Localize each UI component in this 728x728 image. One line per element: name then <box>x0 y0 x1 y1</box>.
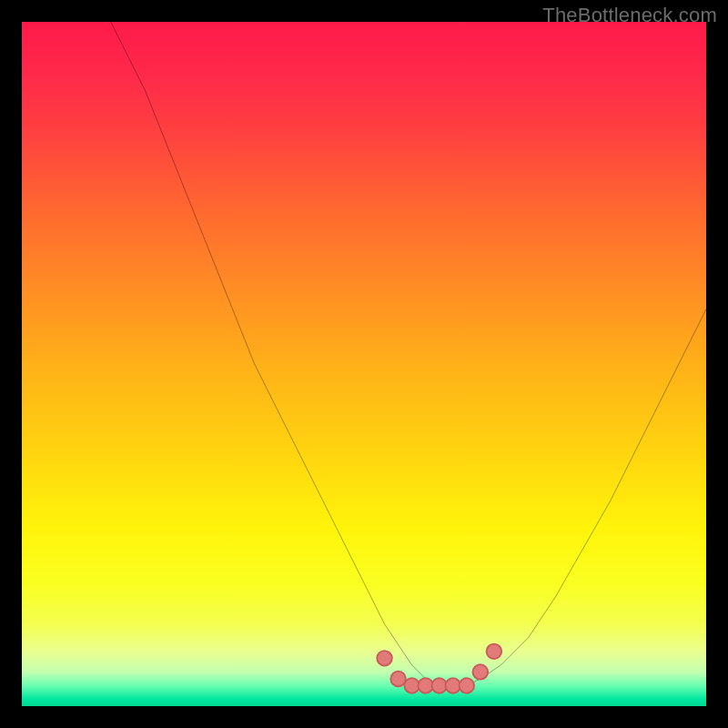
chart-frame: TheBottleneck.com <box>0 0 728 728</box>
bottleneck-curve <box>111 22 706 685</box>
watermark-text: TheBottleneck.com <box>542 4 717 27</box>
marker-dot <box>404 678 420 693</box>
marker-dot <box>460 678 475 693</box>
marker-dot <box>377 651 392 666</box>
plot-area <box>22 22 706 706</box>
bottom-markers-group <box>377 644 501 693</box>
marker-dot <box>473 664 489 680</box>
marker-dot <box>487 644 502 660</box>
marker-dot <box>418 678 433 693</box>
marker-dot <box>390 672 406 687</box>
bottleneck-curve-svg <box>22 22 706 706</box>
marker-dot <box>445 678 460 693</box>
marker-dot <box>431 678 447 693</box>
